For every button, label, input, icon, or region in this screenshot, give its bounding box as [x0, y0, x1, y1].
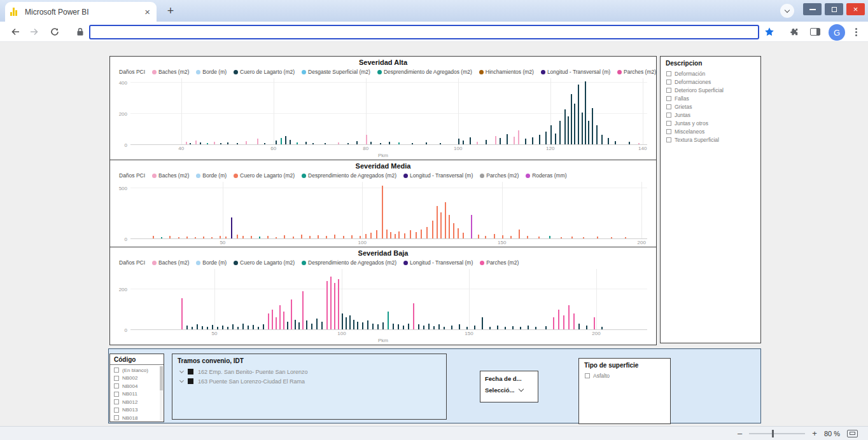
superficie-item[interactable]: Asfalto: [579, 371, 670, 380]
chart-bar[interactable]: [574, 104, 575, 144]
chart-bar[interactable]: [360, 236, 361, 239]
chart-bar[interactable]: [505, 327, 506, 329]
chart-bar[interactable]: [298, 322, 300, 329]
chart-bar[interactable]: [389, 142, 390, 144]
fecha-dropdown[interactable]: Selecció...: [480, 383, 538, 394]
lock-icon[interactable]: [76, 27, 84, 39]
chart-bar[interactable]: [423, 326, 424, 329]
tab-search-button[interactable]: [780, 4, 794, 18]
extensions-icon[interactable]: [790, 27, 799, 39]
chart-bar[interactable]: [217, 327, 218, 329]
chart-bar[interactable]: [463, 233, 464, 238]
descripcion-item[interactable]: Grietas: [661, 102, 760, 111]
chart-bar[interactable]: [594, 317, 595, 329]
chart-bar[interactable]: [190, 143, 191, 144]
codigo-scrollbar[interactable]: [160, 366, 163, 420]
chart-bar[interactable]: [186, 142, 187, 144]
chart-bar[interactable]: [519, 230, 520, 238]
chart-bar[interactable]: [445, 202, 446, 238]
forward-button[interactable]: [27, 24, 42, 39]
chart-bar[interactable]: [330, 277, 332, 329]
chart-bar[interactable]: [279, 305, 281, 329]
chart-bar[interactable]: [571, 237, 573, 238]
chart-bar[interactable]: [403, 326, 404, 329]
chart-bar[interactable]: [376, 230, 377, 238]
chart-bar[interactable]: [195, 237, 196, 238]
chart-bar[interactable]: [518, 130, 519, 144]
chart-bar[interactable]: [263, 324, 264, 329]
codigo-item[interactable]: NB018: [110, 414, 164, 422]
chart-bar[interactable]: [220, 236, 221, 238]
chart-bar[interactable]: [583, 237, 584, 238]
chart-bar[interactable]: [231, 217, 232, 238]
chart-bar[interactable]: [287, 322, 288, 329]
codigo-item[interactable]: NB002: [110, 375, 164, 383]
chart-bar[interactable]: [459, 324, 460, 329]
checkbox[interactable]: [114, 383, 119, 388]
chart-bar[interactable]: [611, 237, 612, 238]
checkbox[interactable]: [114, 415, 119, 420]
chart-bar[interactable]: [362, 322, 363, 329]
checkbox[interactable]: [666, 88, 671, 93]
chart-bar[interactable]: [514, 137, 515, 144]
chart-bar[interactable]: [426, 142, 427, 144]
selected-checkbox[interactable]: [188, 378, 193, 384]
chart-bar[interactable]: [573, 313, 575, 329]
chart-bar[interactable]: [495, 136, 496, 144]
descripcion-item[interactable]: Deformaciones: [661, 78, 760, 86]
chart-bar[interactable]: [388, 312, 389, 329]
chart-bar[interactable]: [638, 143, 640, 144]
zoom-out-button[interactable]: –: [738, 429, 742, 437]
chart-bar[interactable]: [525, 139, 526, 144]
chart-bar[interactable]: [477, 142, 478, 144]
checkbox[interactable]: [666, 71, 671, 76]
chart-bar[interactable]: [471, 215, 472, 238]
chart-bar[interactable]: [571, 94, 572, 144]
chart-bar[interactable]: [321, 322, 323, 329]
chart-bar[interactable]: [489, 327, 491, 329]
descripcion-item[interactable]: Deterioro Superficial: [661, 86, 760, 94]
chart-severidad-baja[interactable]: Severidad Baja Daños PCIBaches (m2)Borde…: [109, 247, 657, 345]
chart-plot[interactable]: 0200: [130, 269, 647, 330]
chart-bar[interactable]: [528, 326, 529, 329]
zoom-slider[interactable]: [749, 433, 805, 434]
chart-bar[interactable]: [500, 138, 501, 144]
chart-bar[interactable]: [242, 236, 244, 238]
browser-menu-icon[interactable]: [855, 27, 858, 38]
chart-bar[interactable]: [334, 235, 335, 238]
chart-bar[interactable]: [428, 324, 430, 329]
chart-bar[interactable]: [301, 235, 302, 238]
checkbox[interactable]: [585, 373, 590, 378]
zoom-slider-handle[interactable]: [772, 430, 774, 437]
chart-bar[interactable]: [326, 281, 328, 329]
chart-bar[interactable]: [367, 320, 368, 329]
tab-close-icon[interactable]: ×: [143, 7, 151, 17]
chart-bar[interactable]: [225, 237, 227, 238]
chart-bar[interactable]: [408, 324, 409, 329]
chart-bar[interactable]: [343, 236, 344, 238]
chart-bar[interactable]: [395, 234, 396, 238]
chart-bar[interactable]: [222, 326, 223, 329]
chart-bar[interactable]: [466, 327, 468, 329]
chart-bar[interactable]: [539, 135, 540, 144]
tramo-item[interactable]: 163 Puente San Lorenzo-Ciudad El Rama: [172, 376, 446, 386]
checkbox[interactable]: [114, 368, 119, 373]
codigo-item[interactable]: NB012: [110, 398, 164, 406]
tramo-item[interactable]: 162 Emp. San Benito- Puente San Lorenzo: [172, 367, 446, 376]
chart-bar[interactable]: [510, 236, 512, 238]
chart-bar[interactable]: [412, 143, 413, 144]
chart-bar[interactable]: [458, 139, 459, 144]
chart-bar[interactable]: [302, 291, 304, 329]
chart-bar[interactable]: [538, 237, 540, 238]
chart-bar[interactable]: [237, 327, 239, 329]
chart-bar[interactable]: [276, 237, 277, 238]
chart-bar[interactable]: [311, 324, 312, 329]
chart-bar[interactable]: [285, 136, 286, 144]
reload-button[interactable]: [47, 24, 62, 39]
chevron-down-icon[interactable]: [179, 368, 184, 373]
chart-bar[interactable]: [520, 327, 521, 329]
descripcion-item[interactable]: Fallas: [661, 94, 760, 102]
chart-bar[interactable]: [365, 234, 367, 238]
chart-bar[interactable]: [227, 327, 228, 329]
chart-bar[interactable]: [586, 326, 587, 329]
